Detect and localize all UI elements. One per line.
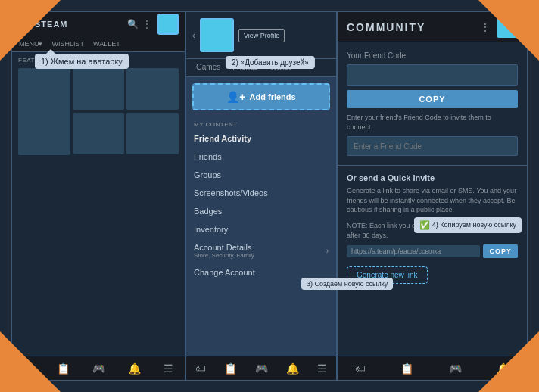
game-thumb-4 — [73, 113, 125, 154]
bottom-menu-icon[interactable]: ☰ — [164, 362, 173, 375]
note-text: NOTE: Each link you generate will automa… — [347, 221, 518, 240]
featured-grid — [12, 68, 185, 155]
menu-item-label: Inventory — [194, 225, 228, 234]
bottom-bell-icon[interactable]: 🔔 — [128, 362, 141, 375]
bottom-tag-icon[interactable]: 🏷 — [195, 362, 206, 375]
search-icon[interactable]: 🔍 — [127, 19, 138, 30]
bottom-list-icon[interactable]: 📋 — [400, 362, 413, 375]
add-icon: 👤+ — [226, 91, 245, 103]
account-label: Account Details — [194, 243, 254, 252]
quick-invite-title: Or send a Quick Invite — [347, 173, 518, 182]
my-content-label: MY CONTENT — [186, 117, 336, 129]
menu-item-label: Change Account — [194, 268, 255, 277]
left-content: FEATURED & RECOMMENDED — [12, 52, 185, 356]
menu-item-label: Friends — [194, 152, 222, 161]
menu-item-friends[interactable]: Friends — [186, 148, 336, 166]
bottom-game-icon[interactable]: 🎮 — [255, 362, 268, 375]
link-url: https://s.team/p/ваша/ссылка — [347, 245, 480, 257]
back-button[interactable]: ‹ — [192, 30, 195, 41]
tooltip-step3: 3) Создаем новую ссылку — [301, 278, 393, 290]
game-thumb-1 — [18, 68, 70, 155]
generate-wrapper: Generate new link 3) Создаем новую ссылк… — [347, 262, 428, 284]
menu-item-screenshots[interactable]: Screenshots/Videos — [186, 184, 336, 202]
community-title: COMMUNITY — [347, 21, 425, 33]
community-menu-icon[interactable]: ⋮ — [480, 21, 491, 33]
game-thumb-2 — [73, 68, 125, 110]
game-thumb-3 — [126, 68, 179, 110]
tab-games[interactable]: Games — [190, 59, 226, 76]
enter-friend-code-input[interactable] — [347, 136, 518, 156]
middle-bottom-bar: 🏷 📋 🎮 🔔 ☰ — [186, 356, 336, 380]
profile-avatar — [200, 18, 234, 52]
menu-item-groups[interactable]: Groups — [186, 166, 336, 184]
menu-item-badges[interactable]: Badges — [186, 202, 336, 220]
friend-code-section: Your Friend Code COPY Enter your friend'… — [338, 42, 527, 166]
bottom-bell-icon[interactable]: 🔔 — [286, 362, 299, 375]
add-friends-button[interactable]: 👤+ Add friends — [192, 83, 330, 110]
quick-invite-desc: Generate a link to share via email or SM… — [347, 186, 518, 215]
profile-header: ‹ View Profile — [186, 12, 336, 59]
nav-menu[interactable]: MENU▾ — [17, 39, 45, 49]
bottom-list-icon[interactable]: 📋 — [57, 362, 70, 375]
nav-bar: MENU▾ WISHLIST WALLET — [12, 36, 185, 52]
menu-item-account[interactable]: Account Details Store, Security, Family … — [186, 238, 336, 263]
check-icon: ✅ — [419, 219, 430, 231]
quick-invite-section: Or send a Quick Invite Generate a link t… — [338, 166, 527, 356]
invite-desc: Enter your friend's Friend Code to invit… — [347, 113, 518, 132]
bottom-game-icon[interactable]: 🎮 — [449, 362, 462, 375]
friend-code-input[interactable] — [347, 64, 518, 86]
profile-dropdown: ‹ View Profile 2) «Добавить друзей» Game… — [185, 11, 337, 381]
steam-window: ⊙ STEAM 🔍 ⋮ MENU▾ WISHLIST WALLET 1) Жме… — [11, 11, 185, 381]
add-friends-label: Add friends — [250, 92, 296, 101]
tooltip-step2: 2) «Добавить друзей» — [226, 56, 315, 69]
bottom-menu-icon[interactable]: ☰ — [317, 362, 327, 375]
view-profile-button[interactable]: View Profile — [238, 29, 285, 42]
friend-code-label: Your Friend Code — [347, 51, 518, 60]
menu-item-friend-activity[interactable]: Friend Activity — [186, 129, 336, 148]
nav-wallet[interactable]: WALLET — [91, 39, 123, 49]
nav-wishlist[interactable]: WISHLIST — [50, 39, 87, 49]
menu-item-inventory[interactable]: Inventory — [186, 220, 336, 238]
menu-item-label: Screenshots/Videos — [194, 188, 268, 198]
link-row: https://s.team/p/ваша/ссылка COPY — [347, 244, 518, 258]
copy-link-button[interactable]: COPY — [483, 244, 518, 258]
menu-item-label: Badges — [194, 207, 222, 216]
bottom-list-icon[interactable]: 📋 — [224, 362, 237, 375]
bottom-tag-icon[interactable]: 🏷 — [355, 362, 366, 375]
account-sub: Store, Security, Family — [194, 252, 254, 259]
screen-wrapper: ⊙ STEAM 🔍 ⋮ MENU▾ WISHLIST WALLET 1) Жме… — [11, 11, 528, 381]
tooltip-step1: 1) Жмем на аватарку — [35, 54, 129, 69]
steam-title: STEAM — [35, 20, 68, 29]
avatar-button[interactable] — [157, 14, 179, 35]
copy-button[interactable]: COPY — [347, 90, 518, 108]
arrow-icon: › — [326, 247, 329, 255]
bottom-game-icon[interactable]: 🎮 — [92, 362, 105, 375]
community-panel: COMMUNITY ⋮ Your Friend Code COPY Enter … — [337, 11, 528, 381]
menu-item-label: Groups — [194, 170, 221, 179]
menu-item-label: Friend Activity — [194, 134, 251, 143]
header-icons: 🔍 ⋮ — [127, 14, 179, 35]
tooltip-step4: ✅ 4) Копируем новую ссылку — [414, 217, 522, 233]
menu-icon[interactable]: ⋮ — [142, 19, 153, 30]
game-thumb-5 — [126, 113, 179, 154]
